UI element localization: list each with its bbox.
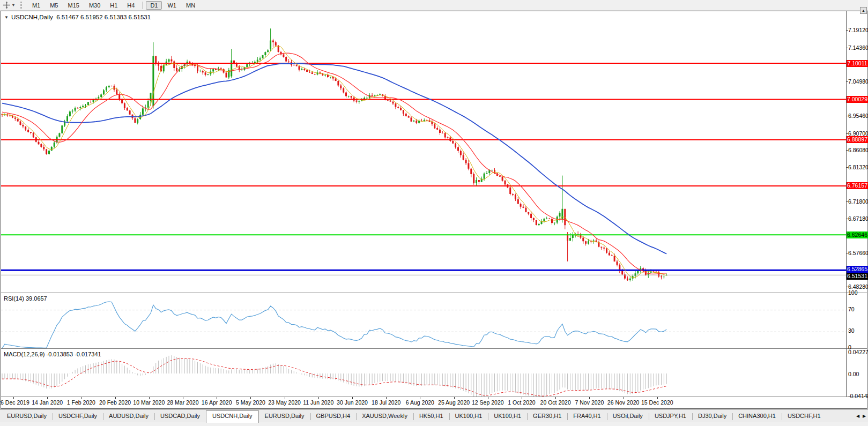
chart-tab-ger30-h1[interactable]: GER30,H1 bbox=[527, 410, 567, 423]
timeframe-button-h1[interactable]: H1 bbox=[106, 1, 122, 10]
chart-tab-usdjpy-h1[interactable]: USDJPY,H1 bbox=[649, 410, 692, 423]
price-tick-label: 6.57660 bbox=[848, 250, 868, 256]
price-tick-label: 7.04980 bbox=[848, 78, 868, 85]
chart-tab-usdcad-daily[interactable]: USDCAD,Daily bbox=[154, 410, 206, 423]
time-tick-label: 1 Oct 2020 bbox=[508, 399, 535, 406]
chart-tab-usoil-daily[interactable]: USOil,Daily bbox=[607, 410, 649, 423]
chart-tab-uk100-h1[interactable]: UK100,H1 bbox=[449, 410, 488, 423]
chart-title: ▼USDCNH,Daily 6.51467 6.51952 6.51383 6.… bbox=[4, 14, 151, 20]
hline-price-badge-6.88897: 6.88897 bbox=[847, 136, 868, 143]
price-tick-label: 7.19120 bbox=[848, 27, 868, 33]
hline-price-badge-6.62646: 6.62646 bbox=[847, 231, 868, 238]
macd-tick-label: 0.042275 bbox=[848, 349, 868, 355]
price-tick-label: 6.81320 bbox=[848, 164, 868, 170]
crosshair-tool-button[interactable]: ▼ bbox=[2, 1, 17, 9]
price-tick-mark bbox=[846, 150, 848, 151]
chart-tab-eurusd-daily[interactable]: EURUSD,Daily bbox=[1, 410, 53, 423]
time-tick-label: 16 Apr 2020 bbox=[202, 399, 232, 406]
fast-moving-average-line bbox=[2, 46, 666, 278]
macd-signal-line bbox=[2, 358, 666, 396]
price-tick-mark bbox=[846, 253, 848, 253]
chart-tab-usdchf-daily[interactable]: USDCHF,Daily bbox=[53, 410, 103, 423]
time-tick-label: 23 May 2020 bbox=[268, 399, 301, 406]
up-candle-bodies bbox=[4, 41, 667, 280]
price-tick-mark bbox=[846, 201, 848, 202]
chart-tab-fra40-h1[interactable]: FRA40,H1 bbox=[567, 410, 606, 423]
chart-tab-usdcnh-daily[interactable]: USDCNH,Daily bbox=[206, 410, 259, 423]
pane-divider-main-rsi[interactable] bbox=[1, 293, 867, 293]
rsi-indicator-canvas[interactable] bbox=[1, 294, 846, 348]
chart-tab-audusd-daily[interactable]: AUDUSD,Daily bbox=[103, 410, 154, 423]
hline-price-badge-6.52865: 6.52865 bbox=[847, 266, 868, 273]
price-tick-mark bbox=[846, 219, 848, 219]
timeframe-button-w1[interactable]: W1 bbox=[163, 1, 181, 10]
cursor-crosshair-icon bbox=[3, 2, 10, 9]
chart-tab-xauusd-weekly[interactable]: XAUUSD,Weekly bbox=[356, 410, 413, 423]
time-tick-label: 10 Mar 2020 bbox=[133, 399, 165, 406]
timeframe-button-m1[interactable]: M1 bbox=[28, 1, 44, 10]
time-tick-label: 14 Jan 2020 bbox=[32, 399, 63, 406]
timeframe-button-mn[interactable]: MN bbox=[182, 1, 199, 10]
time-tick-label: 6 Aug 2020 bbox=[406, 399, 434, 406]
rsi-tick-label: 30 bbox=[848, 327, 855, 334]
timeframe-button-m30[interactable]: M30 bbox=[85, 1, 105, 10]
macd-tick-label: 0.00 bbox=[848, 371, 859, 377]
pane-divider-macd-time bbox=[1, 397, 867, 397]
toolbar-grip[interactable] bbox=[20, 2, 24, 9]
price-tick-label: 6.67180 bbox=[848, 215, 868, 222]
price-tick-mark bbox=[846, 48, 848, 48]
timeframe-button-h4[interactable]: H4 bbox=[123, 1, 139, 10]
down-candle-wicks bbox=[2, 39, 662, 281]
timeframe-button-m5[interactable]: M5 bbox=[46, 1, 62, 10]
chart-tab-china300-h1[interactable]: CHINA300,H1 bbox=[732, 410, 782, 423]
time-tick-label: 5 May 2020 bbox=[236, 399, 265, 406]
chart-tab-hk50-h1[interactable]: HK50,H1 bbox=[413, 410, 449, 423]
time-tick-label: 12 Sep 2020 bbox=[472, 399, 504, 406]
price-tick-label: 6.90700 bbox=[848, 130, 868, 137]
price-tick-mark bbox=[846, 133, 848, 134]
rsi-label: RSI(14) 39.0657 bbox=[4, 295, 47, 302]
time-tick-label: 7 Nov 2020 bbox=[575, 399, 604, 406]
tab-scroll-left-icon[interactable]: ◀ bbox=[856, 414, 859, 418]
chart-tab-eurusd-daily[interactable]: EURUSD,Daily bbox=[259, 410, 310, 423]
down-candle-bodies bbox=[2, 41, 663, 280]
symbol-dropdown-icon[interactable]: ▼ bbox=[4, 15, 9, 20]
chart-tab-bar: EURUSD,DailyUSDCHF,DailyAUDUSD,DailyUSDC… bbox=[0, 409, 868, 422]
rsi-name: RSI(14) bbox=[4, 295, 24, 302]
rsi-line bbox=[2, 302, 666, 348]
hline-price-badge-6.76157: 6.76157 bbox=[847, 182, 868, 189]
mt4-window: { "toolbar": { "timeframes": ["M1","M5",… bbox=[0, 0, 868, 426]
top-toolbar: ▼ M1M5M15M30H1H4D1W1MN bbox=[0, 0, 868, 11]
macd-label: MACD(12,26,9) -0.013853 -0.017341 bbox=[4, 351, 101, 357]
mid-moving-average-line bbox=[2, 53, 666, 274]
time-tick-label: 18 Jul 2020 bbox=[372, 399, 400, 406]
hline-price-badge-7.00029: 7.00029 bbox=[847, 96, 868, 103]
slow-moving-average-line bbox=[2, 63, 666, 253]
rsi-tick-label: 100 bbox=[848, 289, 858, 296]
timeframe-button-m15[interactable]: M15 bbox=[63, 1, 83, 10]
toolbar-separator bbox=[142, 2, 143, 9]
macd-histogram bbox=[2, 355, 666, 397]
main-chart-canvas[interactable] bbox=[1, 11, 846, 293]
chart-tab-overflow[interactable]: USDCHF,H1 bbox=[782, 410, 827, 423]
tab-scroll-right-icon[interactable]: ▶ bbox=[863, 414, 866, 418]
macd-values: -0.013853 -0.017341 bbox=[46, 351, 101, 357]
timeframe-button-group: M1M5M15M30H1H4D1W1MN bbox=[27, 1, 200, 10]
pane-divider-rsi-macd[interactable] bbox=[1, 348, 867, 349]
current-price-badge: 6.51531 bbox=[847, 273, 868, 280]
chart-tab-dj30-daily[interactable]: DJ30,Daily bbox=[692, 410, 732, 423]
price-tick-label: 6.71800 bbox=[848, 198, 868, 205]
price-axis-divider bbox=[846, 11, 847, 397]
time-tick-label: 20 Feb 2020 bbox=[99, 399, 131, 406]
chart-corner-button[interactable]: ▲ bbox=[860, 7, 867, 14]
chart-tab-gbpusd-h4[interactable]: GBPUSD,H4 bbox=[310, 410, 357, 423]
time-tick-label: 20 Oct 2020 bbox=[540, 399, 571, 406]
time-tick-label: 25 Aug 2020 bbox=[438, 399, 470, 406]
chart-ohlc-values: 6.51467 6.51952 6.51383 6.51531 bbox=[56, 14, 151, 20]
timeframe-button-d1[interactable]: D1 bbox=[146, 1, 162, 10]
chart-tab-uk100-h1[interactable]: UK100,H1 bbox=[488, 410, 527, 423]
chart-tab-strip: EURUSD,DailyUSDCHF,DailyAUDUSD,DailyUSDC… bbox=[1, 410, 855, 423]
price-tick-mark bbox=[846, 30, 848, 31]
macd-name: MACD(12,26,9) bbox=[4, 351, 44, 357]
macd-indicator-canvas[interactable] bbox=[1, 349, 846, 397]
